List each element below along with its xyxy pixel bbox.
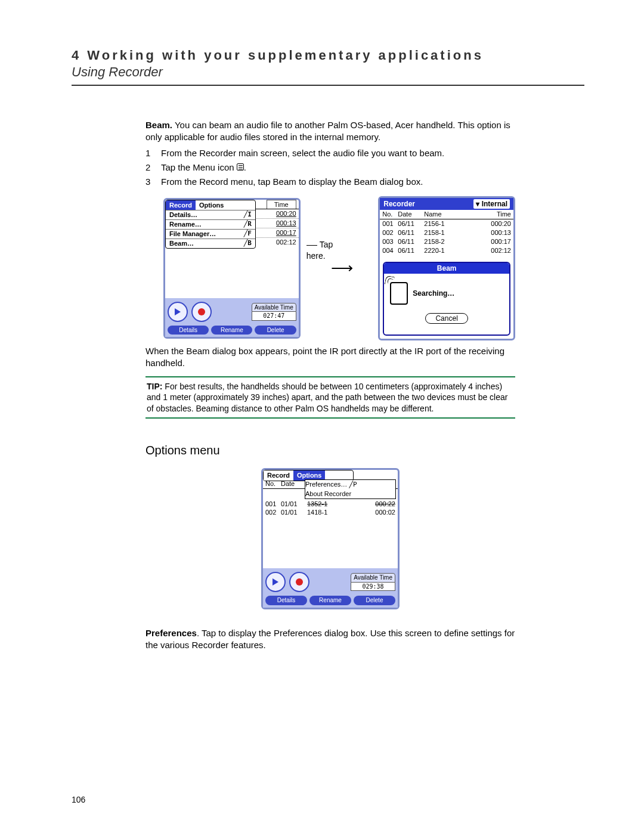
intro-rest: You can beam an audio file to another Pa… — [145, 120, 510, 142]
details-button[interactable]: Details — [168, 326, 209, 335]
menu-item-label: Details… — [169, 210, 197, 219]
preferences-paragraph: Preferences. Tap to display the Preferen… — [145, 627, 515, 652]
beam-dialog: Beam Searching… Cancel — [383, 262, 510, 336]
list-row[interactable]: 002 01/01 1418-1 000:02 — [263, 508, 398, 517]
list-row[interactable]: 003 06/11 2158-2 000:17 — [380, 237, 513, 246]
menu-item-about[interactable]: About Recorder — [305, 490, 395, 499]
menu-item-rename[interactable]: Rename… ╱R — [166, 219, 255, 229]
play-button[interactable] — [265, 572, 286, 592]
play-button[interactable] — [168, 302, 188, 322]
cell-no: 002 — [382, 228, 398, 237]
list-row[interactable]: 002 06/11 2158-1 000:13 — [380, 228, 513, 237]
rename-button[interactable]: Rename — [211, 326, 252, 335]
cell-name: 1418-1 — [307, 508, 340, 517]
options-menu-heading: Options menu — [145, 442, 515, 459]
tap-here-label: Tap here. — [306, 239, 354, 262]
list-row[interactable]: 004 06/11 2220-1 002:12 — [380, 246, 513, 255]
cell-name: 1352-1 — [307, 500, 340, 509]
storage-dropdown[interactable]: ▾ Internal — [473, 199, 510, 209]
rename-button[interactable]: Rename — [309, 596, 351, 605]
menu-item-stroke: ╱P — [349, 481, 357, 488]
cell-no: 003 — [382, 237, 398, 246]
record-button[interactable] — [191, 302, 212, 322]
record-menu: Record Options Details… ╱I Rename… ╱R Fi… — [165, 200, 256, 249]
cell-no: 002 — [265, 508, 281, 517]
menu-item-label: File Manager… — [169, 230, 216, 239]
menu-item-stroke: ╱R — [244, 220, 252, 229]
column-header-time: Time — [267, 200, 296, 209]
header-rule — [72, 85, 584, 86]
page-number: 106 — [72, 795, 85, 804]
menu-item-label: Preferences… — [305, 481, 347, 488]
list-row[interactable]: 001 01/01 1352-1 000:22 — [263, 500, 398, 509]
cell-date: 06/11 — [398, 237, 424, 246]
figure-row: Record Options Details… ╱I Rename… ╱R Fi… — [163, 196, 515, 340]
available-time-label: Available Time — [252, 303, 296, 312]
after-figure-text: When the Beam dialog box appears, point … — [145, 345, 515, 370]
cell-name: 2158-1 — [424, 228, 457, 237]
chapter-title: 4 Working with your supplementary applic… — [72, 48, 584, 63]
cell-date: 01/01 — [281, 508, 307, 517]
tap-here-text: Tap here. — [306, 240, 333, 261]
details-button[interactable]: Details — [265, 596, 307, 605]
cell-time: 000:20 — [482, 219, 511, 228]
menu-item-details[interactable]: Details… ╱I — [166, 210, 255, 219]
menu-tab-options[interactable]: Options — [196, 200, 228, 210]
cell-date: 06/11 — [398, 228, 424, 237]
intro-paragraph: Beam. You can beam an audio file to anot… — [145, 119, 515, 144]
menu-item-stroke: ╱I — [244, 210, 252, 219]
prefs-bold: Preferences — [145, 628, 197, 638]
record-button[interactable] — [289, 572, 309, 592]
menu-item-stroke: ╱B — [244, 239, 252, 248]
cell-no: 001 — [265, 500, 281, 509]
delete-button[interactable]: Delete — [354, 596, 395, 605]
cell-no: 001 — [382, 219, 398, 228]
palm-screenshot-beam-dialog: Recorder ▾ Internal No. Date Name Time 0… — [378, 196, 515, 340]
available-time-value: 027:47 — [252, 312, 296, 321]
available-time-box: Available Time 027:47 — [252, 303, 296, 321]
menu-item-label: About Recorder — [305, 490, 351, 497]
cell-date: 01/01 — [281, 500, 307, 509]
step-3: 3 From the Record menu, tap Beam to disp… — [145, 176, 515, 188]
cell-name: 2220-1 — [424, 246, 457, 255]
cell-name: 2158-2 — [424, 237, 457, 246]
menu-tab-record[interactable]: Record — [264, 470, 293, 481]
column-header-no: No. — [382, 210, 398, 219]
menu-item-preferences[interactable]: Preferences… ╱P — [305, 480, 395, 490]
available-time-label: Available Time — [351, 573, 395, 583]
cell-time: 002:12 — [482, 246, 511, 255]
cell-time: 000:22 — [367, 500, 395, 509]
step2-after: . — [244, 162, 246, 172]
step-2: 2 Tap the Menu icon . — [145, 162, 515, 174]
cancel-button[interactable]: Cancel — [425, 313, 468, 324]
menu-item-filemanager[interactable]: File Manager… ╱F — [166, 229, 255, 239]
cell-time: 000:13 — [482, 228, 511, 237]
palm-screenshot-record-menu: Record Options Details… ╱I Rename… ╱R Fi… — [163, 198, 301, 339]
column-header-date: Date — [398, 210, 424, 219]
delete-button[interactable]: Delete — [255, 326, 296, 335]
column-header-name: Name — [424, 210, 457, 219]
menu-tab-record[interactable]: Record — [166, 200, 196, 210]
menu-item-beam[interactable]: Beam… ╱B — [166, 239, 255, 248]
tip-body: For best results, the handhelds should b… — [147, 382, 507, 413]
tip-label: TIP: — [147, 382, 162, 391]
intro-bold: Beam. — [145, 120, 172, 130]
menu-item-stroke: ╱F — [244, 230, 252, 239]
cell-date: 06/11 — [398, 246, 424, 255]
menu-icon — [237, 163, 244, 171]
list-row[interactable]: 001 06/11 2156-1 000:20 — [380, 219, 513, 228]
step-text: Tap the Menu icon . — [161, 162, 515, 174]
menu-item-label: Beam… — [169, 239, 194, 248]
available-time-value: 029:38 — [351, 583, 395, 592]
step-number: 2 — [145, 162, 161, 174]
step-text: From the Record menu, tap Beam to displa… — [161, 176, 515, 188]
cell-time: 000:20 — [268, 209, 296, 218]
step-number: 1 — [145, 147, 161, 159]
tip-box: TIP: For best results, the handhelds sho… — [145, 376, 515, 419]
menu-item-label: Rename… — [169, 220, 202, 229]
cell-name: 2156-1 — [424, 219, 457, 228]
step-1: 1 From the Recorder main screen, select … — [145, 147, 515, 159]
dialog-title: Beam — [384, 263, 509, 274]
cell-time: 000:17 — [268, 228, 296, 237]
available-time-box: Available Time 029:38 — [351, 573, 395, 591]
